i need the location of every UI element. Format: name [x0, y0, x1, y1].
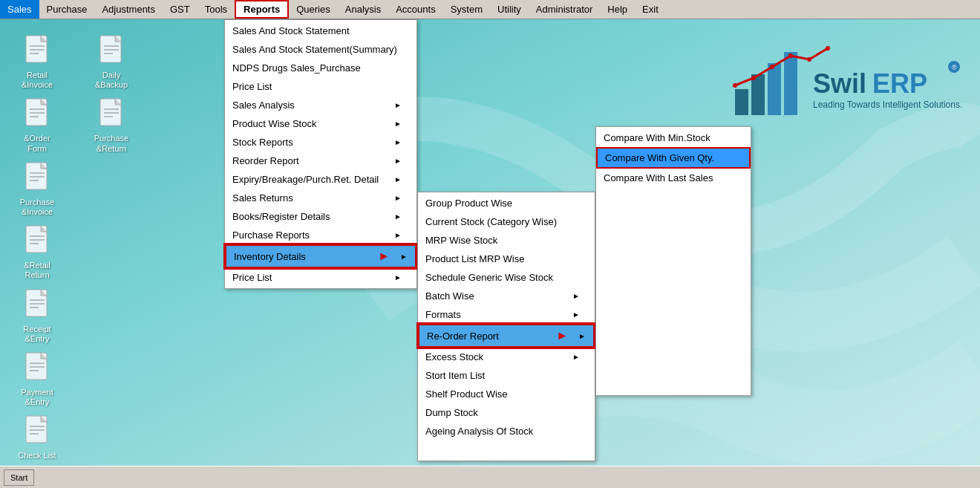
menu-gst[interactable]: GST	[163, 0, 197, 19]
submenu-arrow: ►	[394, 194, 402, 202]
menu-product-wise-stock[interactable]: Product Wise Stock ►	[225, 114, 416, 133]
submenu-arrow: ►	[400, 253, 408, 261]
icon-daily-backup[interactable]: Daily&Backup	[82, 34, 141, 90]
svg-point-46	[826, 46, 830, 51]
menubar: Sales Purchase Adjustments GST Tools Rep…	[0, 0, 980, 19]
submenu-arrow: ►	[394, 273, 402, 282]
svg-point-42	[751, 76, 756, 80]
icon-row-4: Receipt&Entry	[7, 288, 215, 344]
menu-price-list-2[interactable]: Price List ►	[225, 268, 416, 287]
svg-point-45	[807, 57, 811, 62]
reports-dropdown: Sales And Stock Statement Sales And Stoc…	[224, 19, 417, 289]
start-label: Start	[10, 473, 27, 482]
menu-sales-stock-statement[interactable]: Sales And Stock Statement	[225, 22, 416, 40]
logo-area: Swil ERP ® Leading Towards Intelligent S…	[728, 37, 965, 126]
submenu-arrow: ►	[394, 175, 402, 183]
svg-rect-40	[784, 52, 797, 115]
start-button[interactable]: Start	[4, 469, 34, 486]
dropdown-container: Sales And Stock Statement Sales And Stoc…	[224, 19, 751, 289]
menu-accounts[interactable]: Accounts	[388, 0, 442, 19]
menu-tools[interactable]: Tools	[197, 0, 235, 19]
desktop: Retail&Invoice Daily&Backup &OrderForm	[0, 19, 223, 475]
inv-stort-item-list[interactable]: Stort Item List	[418, 366, 595, 385]
menu-price-list[interactable]: Price List	[225, 77, 416, 96]
icon-row-1: &OrderForm Purchase&Return	[7, 97, 215, 153]
menu-sales-stock-summary[interactable]: Sales And Stock Statement(Summary)	[225, 40, 416, 59]
icon-purchase-invoice[interactable]: Purchase&Invoice	[7, 161, 67, 217]
menu-sales[interactable]: Sales	[0, 0, 39, 19]
menu-purchase[interactable]: Purchase	[39, 0, 95, 19]
inv-batch-wise[interactable]: Batch Wise ►	[418, 287, 595, 305]
submenu-arrow: ►	[572, 353, 580, 361]
icon-purchase-return[interactable]: Purchase&Return	[82, 97, 141, 153]
menu-inventory-details[interactable]: Inventory Details ► ►	[225, 244, 416, 268]
icon-row-2: Purchase&Invoice	[7, 161, 215, 217]
submenu-arrow: ►	[394, 212, 402, 221]
submenu-arrow: ►	[394, 231, 402, 239]
icon-order-form[interactable]: &OrderForm	[7, 97, 67, 153]
inv-formats[interactable]: Formats ►	[418, 305, 595, 324]
icon-row-6: Check List	[7, 414, 215, 461]
menu-adjustments[interactable]: Adjustments	[94, 0, 163, 19]
svg-text:ERP: ERP	[872, 68, 927, 99]
menu-administrator[interactable]: Administrator	[529, 0, 601, 19]
svg-rect-38	[751, 74, 765, 115]
submenu-arrow: ►	[394, 157, 402, 165]
submenu-arrow: ►	[394, 138, 402, 146]
inv-dump-stock[interactable]: Dump Stock	[418, 403, 595, 422]
menu-expiry-breakage[interactable]: Expiry/Breakage/Purch.Ret. Detail ►	[225, 170, 416, 189]
inv-shelf-product-wise[interactable]: Shelf Product Wise	[418, 385, 595, 403]
menu-sales-analysis[interactable]: Sales Analysis ►	[225, 96, 416, 114]
reorder-compare-min-stock[interactable]: Compare With Min.Stock	[596, 128, 751, 147]
inv-current-stock-category[interactable]: Current Stock (Category Wise)	[418, 212, 595, 231]
inv-ageing-analysis[interactable]: Ageing Analysis Of Stock	[418, 422, 595, 440]
submenu-arrow: ►	[394, 101, 402, 109]
inv-reorder-report[interactable]: Re-Order Report ► ►	[418, 324, 595, 348]
menu-purchase-reports[interactable]: Purchase Reports ►	[225, 226, 416, 244]
submenu-arrow: ►	[578, 332, 586, 340]
menu-books-register[interactable]: Books/Register Details ►	[225, 207, 416, 226]
reorder-compare-last-sales[interactable]: Compare With Last Sales	[596, 169, 751, 187]
submenu-arrow: ►	[572, 292, 580, 300]
icon-row-0: Retail&Invoice Daily&Backup	[7, 34, 215, 90]
submenu-arrow: ►	[572, 310, 580, 319]
menu-sales-returns[interactable]: Sales Returns ►	[225, 189, 416, 207]
menu-analysis[interactable]: Analysis	[338, 0, 388, 19]
inv-excess-stock[interactable]: Excess Stock ►	[418, 348, 595, 366]
icon-row-5: Payment&Entry	[7, 351, 215, 407]
icon-retail-return[interactable]: &RetailReturn	[7, 224, 67, 280]
icon-check-list[interactable]: Check List	[7, 414, 67, 461]
reorder-compare-given-qty[interactable]: Compare With Given Qty.	[596, 147, 751, 169]
submenu-arrow: ►	[394, 120, 402, 128]
svg-rect-39	[768, 63, 781, 115]
icon-retail-invoice[interactable]: Retail&Invoice	[7, 34, 67, 90]
red-arrow-icon-2: ►	[556, 329, 568, 342]
menu-help[interactable]: Help	[600, 0, 635, 19]
menu-ndps-drugs[interactable]: NDPS Drugs Sales_Purchase	[225, 59, 416, 77]
inv-product-list-mrp[interactable]: Product List MRP Wise	[418, 250, 595, 268]
menu-exit[interactable]: Exit	[635, 0, 666, 19]
swilerp-logo: Swil ERP ® Leading Towards Intelligent S…	[728, 37, 965, 126]
inv-schedule-generic[interactable]: Schedule Generic Wise Stock	[418, 268, 595, 287]
taskbar: Start	[0, 466, 980, 488]
icon-payment-entry[interactable]: Payment&Entry	[7, 351, 67, 407]
menu-system[interactable]: System	[443, 0, 490, 19]
reorder-submenu: Compare With Min.Stock Compare With Give…	[595, 126, 751, 396]
menu-utility[interactable]: Utility	[490, 0, 529, 19]
svg-text:®: ®	[952, 64, 957, 71]
svg-point-44	[788, 53, 793, 58]
inv-mrp-wise-stock[interactable]: MRP Wise Stock	[418, 231, 595, 250]
svg-text:Swil: Swil	[813, 68, 866, 99]
svg-text:Leading Towards Intelligent So: Leading Towards Intelligent Solutions.	[813, 100, 962, 110]
red-arrow-icon: ►	[378, 250, 390, 263]
inv-group-product-wise[interactable]: Group Product Wise	[418, 194, 595, 212]
icon-row-3: &RetailReturn	[7, 224, 215, 280]
menu-queries[interactable]: Queries	[289, 0, 338, 19]
menu-reports[interactable]: Reports	[235, 0, 289, 19]
svg-point-43	[770, 65, 774, 69]
menu-reorder-report[interactable]: Reorder Report ►	[225, 152, 416, 170]
menu-stock-reports[interactable]: Stock Reports ►	[225, 133, 416, 152]
inventory-submenu: Group Product Wise Current Stock (Catego…	[417, 192, 595, 461]
icon-receipt-entry[interactable]: Receipt&Entry	[7, 288, 67, 344]
